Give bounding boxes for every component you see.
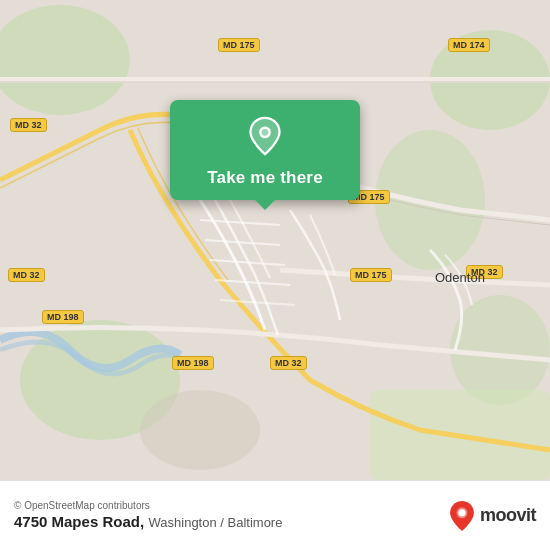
moovit-pin-icon (448, 500, 476, 532)
road-label-md174: MD 174 (448, 38, 490, 52)
take-me-there-button[interactable]: Take me there (207, 168, 323, 188)
moovit-logo: moovit (448, 500, 536, 532)
road-label-md175-top: MD 175 (218, 38, 260, 52)
road-label-md198-mid: MD 198 (172, 356, 214, 370)
road-label-md32-bot: MD 32 (270, 356, 307, 370)
road-label-md198-left: MD 198 (42, 310, 84, 324)
bottom-bar: © OpenStreetMap contributors 4750 Mapes … (0, 480, 550, 550)
map-background (0, 0, 550, 480)
address-text: 4750 Mapes Road, (14, 513, 144, 530)
map-container: MD 175 MD 174 MD 32 MD 175 MD 32 MD 175 … (0, 0, 550, 480)
svg-point-4 (140, 390, 260, 470)
road-label-md32-left-bot: MD 32 (8, 268, 45, 282)
address-block: 4750 Mapes Road, Washington / Baltimore (14, 513, 282, 531)
bottom-left: © OpenStreetMap contributors 4750 Mapes … (14, 500, 282, 531)
copyright-text: © OpenStreetMap contributors (14, 500, 282, 511)
place-label-odenton: Odenton (435, 270, 485, 285)
road-label-md32-left-top: MD 32 (10, 118, 47, 132)
city-text: Washington / Baltimore (149, 515, 283, 530)
road-label-md175-bot: MD 175 (350, 268, 392, 282)
location-pin-icon (241, 112, 289, 160)
moovit-text: moovit (480, 505, 536, 526)
svg-point-11 (458, 509, 465, 516)
popup-card[interactable]: Take me there (170, 100, 360, 200)
